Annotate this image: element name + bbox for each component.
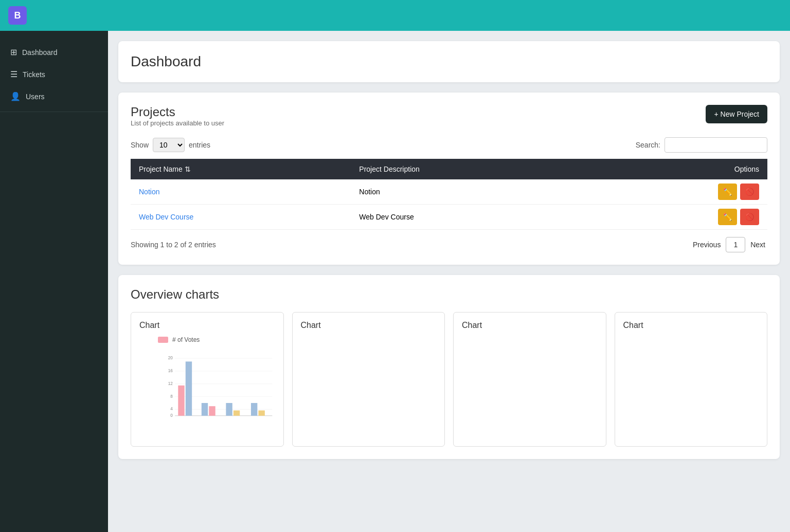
- projects-subtitle: List of projects available to user: [131, 119, 224, 127]
- new-project-button[interactable]: + New Project: [706, 105, 767, 123]
- projects-header: Projects List of projects available to u…: [131, 105, 767, 135]
- sidebar-item-label-users: Users: [26, 93, 45, 101]
- projects-header-left: Projects List of projects available to u…: [131, 105, 224, 135]
- svg-text:8: 8: [170, 394, 173, 399]
- projects-title: Projects: [131, 105, 224, 119]
- search-label: Search:: [636, 141, 660, 149]
- delete-button[interactable]: 🚫: [740, 209, 759, 225]
- chart-4-placeholder: [623, 336, 759, 388]
- delete-button[interactable]: 🚫: [740, 184, 759, 200]
- svg-text:12: 12: [168, 381, 173, 386]
- chart-card-3: Chart: [453, 312, 606, 447]
- bar-chart-svg: 20 16 12 8 4 0: [158, 348, 275, 426]
- table-row: Web Dev Course Web Dev Course ✏️ 🚫: [131, 205, 767, 230]
- chart-1-legend: # of Votes: [158, 336, 275, 343]
- svg-rect-19: [258, 411, 264, 416]
- chart-card-1: Chart # of Votes 20 16 12 8 4: [131, 312, 284, 447]
- svg-rect-16: [226, 403, 232, 416]
- chart-card-4: Chart: [615, 312, 768, 447]
- svg-text:0: 0: [170, 413, 173, 418]
- chart-2-placeholder: [301, 336, 437, 388]
- svg-rect-14: [202, 403, 208, 416]
- show-entries-control: Show 10 25 50 100 entries: [131, 138, 210, 152]
- main-content: Dashboard Projects List of projects avai…: [108, 31, 790, 532]
- tickets-icon: ☰: [10, 69, 17, 79]
- svg-rect-18: [251, 403, 257, 416]
- table-controls: Show 10 25 50 100 entries Search:: [131, 137, 767, 153]
- search-control: Search:: [636, 137, 767, 153]
- svg-rect-13: [186, 361, 192, 415]
- sidebar-item-label-dashboard: Dashboard: [22, 48, 58, 57]
- svg-rect-17: [234, 411, 240, 416]
- sidebar-item-dashboard[interactable]: ⊞ Dashboard: [0, 41, 108, 63]
- sidebar-divider: [0, 112, 108, 112]
- legend-label-votes: # of Votes: [172, 336, 200, 343]
- projects-table: Project Name ⇅ Project Description Optio…: [131, 159, 767, 230]
- col-options: Options: [589, 159, 767, 179]
- next-button[interactable]: Next: [748, 237, 767, 252]
- chart-4-title: Chart: [623, 321, 759, 330]
- svg-text:20: 20: [168, 356, 173, 360]
- charts-grid: Chart # of Votes 20 16 12 8 4: [131, 312, 767, 447]
- options-buttons: ✏️ 🚫: [589, 205, 767, 229]
- project-name-link[interactable]: Notion: [139, 188, 159, 196]
- sidebar: ⊞ Dashboard ☰ Tickets 👤 Users: [0, 31, 108, 532]
- page-1-button[interactable]: 1: [726, 237, 745, 252]
- project-name-link[interactable]: Web Dev Course: [139, 213, 193, 221]
- legend-color-votes: [158, 337, 168, 343]
- dashboard-title-card: Dashboard: [118, 41, 780, 82]
- entries-label: entries: [189, 141, 210, 149]
- col-project-name[interactable]: Project Name ⇅: [131, 159, 351, 179]
- sidebar-item-label-tickets: Tickets: [23, 70, 45, 79]
- chart-2-title: Chart: [301, 321, 437, 330]
- project-name-cell: Notion: [131, 179, 351, 205]
- users-icon: 👤: [10, 91, 21, 101]
- options-buttons: ✏️ 🚫: [589, 179, 767, 204]
- topbar: B: [0, 0, 790, 31]
- dashboard-title: Dashboard: [131, 53, 767, 70]
- search-input[interactable]: [665, 137, 767, 153]
- overview-charts-card: Overview charts Chart # of Votes 20 16: [118, 275, 780, 459]
- chart-card-2: Chart: [292, 312, 445, 447]
- show-label: Show: [131, 141, 149, 149]
- options-cell: ✏️ 🚫: [589, 179, 767, 205]
- project-name-cell: Web Dev Course: [131, 205, 351, 230]
- svg-text:4: 4: [170, 407, 173, 412]
- table-row: Notion Notion ✏️ 🚫: [131, 179, 767, 205]
- dashboard-icon: ⊞: [10, 47, 17, 57]
- edit-button[interactable]: ✏️: [718, 184, 737, 200]
- options-cell: ✏️ 🚫: [589, 205, 767, 230]
- svg-rect-12: [178, 386, 184, 416]
- sidebar-item-users[interactable]: 👤 Users: [0, 85, 108, 107]
- col-project-description[interactable]: Project Description: [351, 159, 589, 179]
- projects-card: Projects List of projects available to u…: [118, 93, 780, 265]
- chart-1-title: Chart: [139, 321, 275, 330]
- project-description-cell: Web Dev Course: [351, 205, 589, 230]
- layout: ⊞ Dashboard ☰ Tickets 👤 Users Dashboard …: [0, 31, 790, 532]
- chart-3-title: Chart: [462, 321, 598, 330]
- chart-1-area: # of Votes 20 16 12 8 4 0: [139, 336, 275, 438]
- previous-button[interactable]: Previous: [691, 237, 723, 252]
- sidebar-item-tickets[interactable]: ☰ Tickets: [0, 63, 108, 85]
- edit-button[interactable]: ✏️: [718, 209, 737, 225]
- app-logo: B: [8, 6, 27, 25]
- entries-select[interactable]: 10 25 50 100: [153, 138, 185, 152]
- overview-charts-title: Overview charts: [131, 287, 767, 302]
- pagination-controls: Previous 1 Next: [691, 237, 767, 252]
- svg-rect-15: [209, 406, 215, 416]
- chart-3-placeholder: [462, 336, 598, 388]
- pagination: Showing 1 to 2 of 2 entries Previous 1 N…: [131, 237, 767, 252]
- project-description-cell: Notion: [351, 179, 589, 205]
- pagination-info: Showing 1 to 2 of 2 entries: [131, 241, 216, 249]
- svg-text:16: 16: [168, 369, 173, 373]
- table-header-row: Project Name ⇅ Project Description Optio…: [131, 159, 767, 179]
